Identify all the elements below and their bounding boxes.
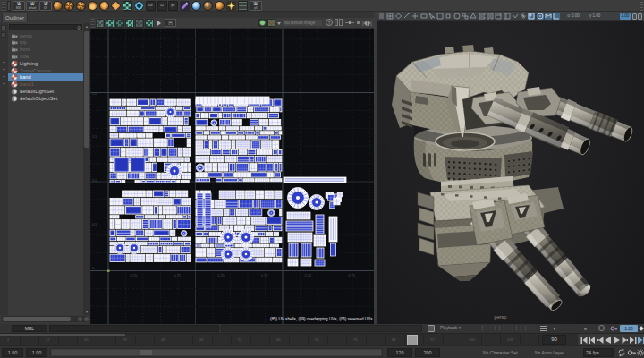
- tick-button-4[interactable]: [498, 325, 501, 332]
- viewport-toolbar-icon-13[interactable]: [487, 13, 494, 20]
- texture-name-dropdown[interactable]: No texture image: [282, 19, 323, 27]
- uv-checker-toggle-icon[interactable]: [123, 1, 132, 11]
- menu-icon[interactable]: [540, 325, 548, 332]
- outliner-item-top[interactable]: top: [8, 38, 83, 46]
- uv-eye-toggle-icon[interactable]: [134, 1, 144, 11]
- expand-toggle-icon[interactable]: +: [1, 66, 7, 72]
- border-edges-toggle[interactable]: [96, 19, 105, 28]
- viewport-toolbar-icon-1[interactable]: [386, 13, 394, 20]
- time-slider-playhead[interactable]: [407, 335, 418, 345]
- uv-toolbar-grip[interactable]: [91, 19, 95, 28]
- panel-maximize-icon[interactable]: [638, 13, 642, 20]
- outliner-item-persp[interactable]: persp: [8, 32, 83, 39]
- globe-tool-icon[interactable]: [191, 1, 201, 11]
- playback-value-field[interactable]: 1.00: [620, 325, 638, 332]
- tick-button-2[interactable]: [490, 325, 493, 332]
- tick-button-1[interactable]: [486, 325, 488, 332]
- uv-value-slider[interactable]: [345, 19, 355, 28]
- dark-orb-tool-icon[interactable]: [203, 1, 213, 11]
- uv-lattice-tool-icon[interactable]: [53, 1, 63, 11]
- outliner-item-defaultLightSet[interactable]: defaultLightSet: [8, 88, 83, 95]
- tick-button-10[interactable]: [524, 325, 527, 332]
- go-to-end-button[interactable]: [637, 336, 644, 345]
- shade-uvs-toggle[interactable]: [125, 19, 134, 28]
- viewport-toolbar-icon-5[interactable]: [420, 13, 428, 20]
- mini-btn-uv-icon[interactable]: UV: [146, 1, 156, 11]
- range-slider-bar[interactable]: [50, 348, 383, 357]
- viewport-toolbar-icon-8[interactable]: [445, 13, 452, 20]
- outliner-tab[interactable]: Outliner: [2, 13, 28, 22]
- command-line-input[interactable]: [49, 325, 219, 332]
- outliner-item-Lighting[interactable]: Lighting: [8, 60, 83, 67]
- tick-button-5[interactable]: [503, 325, 505, 332]
- frame-tile-button[interactable]: [•]: [165, 19, 177, 28]
- uv-entry-u-icon[interactable]: \Δ/M3D: [13, 1, 25, 11]
- outliner-filter-icon[interactable]: [1, 25, 6, 30]
- panel-layout-icon[interactable]: [632, 13, 637, 20]
- viewport-toolbar-icon-17[interactable]: [520, 13, 527, 20]
- outliner-horizontal-scrollbar[interactable]: [2, 316, 89, 322]
- expand-toggle-icon[interactable]: +: [1, 81, 7, 87]
- viewport-toolbar-icon-6[interactable]: [428, 13, 436, 20]
- tick-button-11[interactable]: [529, 325, 531, 332]
- uv-diamond-tool-icon[interactable]: [110, 0, 121, 11]
- anim-prefs-icon[interactable]: [636, 348, 644, 357]
- uv-smear-tool-icon[interactable]: [76, 1, 86, 11]
- tick-button-7[interactable]: [512, 325, 514, 332]
- playback-start-field[interactable]: 1.00: [26, 348, 47, 357]
- viewport-toolbar-icon-11[interactable]: [470, 13, 477, 20]
- outliner-item-defaultObjectSet[interactable]: defaultObjectSet: [8, 95, 83, 102]
- circle-icon[interactable]: [598, 325, 606, 332]
- viewport-toolbar-icon-18[interactable]: [528, 13, 535, 20]
- mini-btn-px-icon[interactable]: px: [168, 1, 178, 11]
- uv-entry-v-icon[interactable]: \Δ/default: [26, 1, 38, 11]
- viewport-toolbar-icon-20[interactable]: [545, 13, 552, 20]
- viewport-toolbar-icon-16[interactable]: [512, 13, 519, 20]
- anim-start-field[interactable]: 1.00: [2, 348, 23, 357]
- viewport-canvas[interactable]: persp: [377, 21, 644, 324]
- gamma-field[interactable]: γ 1.00: [589, 13, 600, 18]
- dot-icon[interactable]: [357, 19, 360, 28]
- move-uv-shell-tool-icon[interactable]: [64, 1, 74, 11]
- outliner-item-TurretCannon[interactable]: TurretCannon: [8, 67, 83, 74]
- expand-toggle-icon[interactable]: +: [1, 59, 7, 65]
- tick-button-0[interactable]: [481, 325, 484, 332]
- viewport-toolbar-icon-9[interactable]: [453, 13, 461, 20]
- anim-layer-menu[interactable]: No Anim Layer: [535, 350, 564, 355]
- pixel-snap-toggle[interactable]: [115, 19, 124, 28]
- uv-distortion-toggle[interactable]: [135, 19, 144, 28]
- viewport-toolbar-icon-21[interactable]: [553, 13, 560, 20]
- key-icon[interactable]: [610, 325, 618, 332]
- checker-display-toggle[interactable]: [267, 19, 275, 28]
- frame-buttons[interactable]: [362, 19, 372, 28]
- diamond-icon[interactable]: [640, 325, 644, 332]
- time-slider[interactable]: 41220283644526068768492100108 90: [0, 333, 644, 345]
- outliner-search-input[interactable]: ⚲: [9, 24, 82, 30]
- playback-end-field[interactable]: 120: [387, 348, 412, 357]
- tick-button-8[interactable]: [515, 325, 518, 332]
- mini-toggle-icon[interactable]: [7, 1, 11, 11]
- dot-icon[interactable]: [584, 325, 588, 332]
- grid-layout-btn-icon[interactable]: [238, 1, 248, 11]
- character-set-menu[interactable]: No Character Set: [483, 350, 518, 355]
- viewport-toolbar-icon-3[interactable]: [403, 13, 411, 20]
- outliner-vertical-scrollbar[interactable]: ▲ ▼: [83, 23, 90, 315]
- tick-button-12[interactable]: [533, 325, 536, 332]
- viewport-toolbar-icon-19[interactable]: [537, 13, 544, 20]
- tick-button-3[interactable]: [494, 325, 496, 332]
- viewport-toolbar-icon-15[interactable]: [504, 13, 511, 20]
- exposure-field[interactable]: ⊙ 0.00: [567, 13, 580, 18]
- outliner-item-front[interactable]: front: [8, 46, 83, 53]
- toolbar-grip-icon[interactable]: [2, 1, 5, 11]
- gold-spark-tool-icon[interactable]: [226, 1, 236, 11]
- mini-btn-12-icon[interactable]: 12: [157, 1, 167, 11]
- fps-dropdown[interactable]: 24 fps: [583, 348, 614, 357]
- resolution-field[interactable]: 1.00: [620, 13, 631, 20]
- loop-icon[interactable]: [617, 348, 626, 357]
- outliner-item-band1[interactable]: band1: [8, 81, 83, 88]
- viewport-toolbar-icon-4[interactable]: [411, 13, 419, 20]
- help-icon[interactable]: ?: [326, 19, 333, 28]
- time-slider-track[interactable]: 41220283644526068768492100108: [0, 334, 540, 346]
- viewport-toolbar-icon-0[interactable]: [378, 13, 386, 20]
- px-snap-btn-icon[interactable]: \Δ/pX: [250, 1, 262, 11]
